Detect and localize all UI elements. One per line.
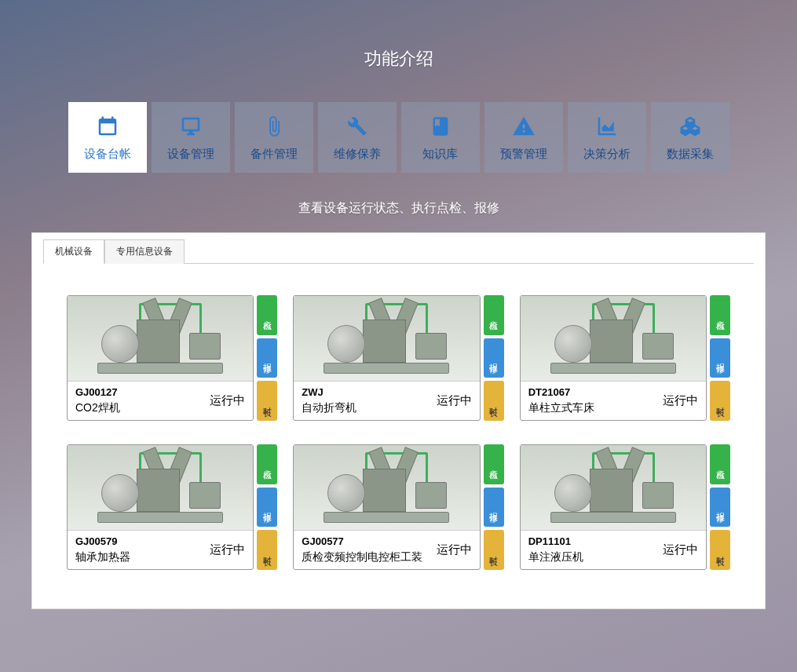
tab-alert[interactable]: 预警管理	[484, 102, 563, 173]
duration-button[interactable]: 时长	[257, 530, 277, 570]
device-card: DT21067 单柱立式车床 运行中 点检 报修 时长	[520, 295, 730, 421]
device-name: 单注液压机	[528, 550, 663, 564]
tab-ledger[interactable]: 设备台帐	[68, 102, 147, 173]
tab-spare-parts[interactable]: 备件管理	[235, 102, 313, 173]
page-title: 功能介绍	[0, 0, 797, 71]
device-status: 运行中	[437, 542, 472, 557]
monitor-icon	[179, 114, 203, 139]
device-card-main[interactable]: DP11101 单注液压机 运行中	[520, 444, 707, 570]
duration-button[interactable]: 时长	[484, 381, 504, 421]
device-code: ZWJ	[302, 386, 436, 398]
device-image	[294, 445, 479, 530]
warning-icon	[512, 114, 536, 139]
wrench-icon	[346, 114, 368, 139]
device-status: 运行中	[210, 542, 245, 557]
panel-tab-mechanical[interactable]: 机械设备	[43, 239, 104, 264]
device-image	[68, 445, 253, 530]
device-name: CO2焊机	[75, 401, 210, 415]
device-image	[521, 445, 706, 530]
panel-tabs: 机械设备 专用信息设备	[43, 239, 754, 264]
boxes-icon	[678, 114, 702, 139]
inspect-button[interactable]: 点检	[710, 295, 730, 335]
inspect-button[interactable]: 点检	[484, 295, 504, 335]
chart-icon	[595, 114, 619, 139]
device-actions: 点检 报修 时长	[710, 295, 730, 421]
device-actions: 点检 报修 时长	[710, 444, 730, 570]
duration-button[interactable]: 时长	[710, 381, 730, 421]
book-icon	[430, 114, 452, 139]
duration-button[interactable]: 时长	[257, 381, 277, 421]
inspect-button[interactable]: 点检	[257, 295, 277, 335]
device-name: 质检变频控制电控柜工装	[302, 550, 436, 564]
device-code: GJ00579	[75, 535, 210, 547]
tab-knowledge[interactable]: 知识库	[401, 102, 480, 173]
device-info: ZWJ 自动折弯机 运行中	[294, 381, 479, 420]
device-card-main[interactable]: GJ00577 质检变频控制电控柜工装 运行中	[293, 444, 480, 570]
device-name: 自动折弯机	[302, 401, 436, 415]
device-card-main[interactable]: GJ00579 轴承加热器 运行中	[67, 444, 254, 570]
device-info: DT21067 单柱立式车床 运行中	[521, 381, 706, 420]
inspect-button[interactable]: 点检	[257, 444, 277, 484]
device-status: 运行中	[437, 393, 472, 408]
device-status: 运行中	[663, 393, 698, 408]
device-info: GJ00127 CO2焊机 运行中	[68, 381, 253, 420]
device-card: GJ00127 CO2焊机 运行中 点检 报修 时长	[67, 295, 277, 421]
repair-button[interactable]: 报修	[257, 488, 277, 528]
repair-button[interactable]: 报修	[710, 488, 730, 528]
device-info: GJ00579 轴承加热器 运行中	[68, 530, 253, 569]
device-panel: 机械设备 专用信息设备 GJ00127 CO2焊机 运行	[31, 232, 766, 609]
tab-maintenance[interactable]: 维修保养	[318, 102, 397, 173]
device-code: DP11101	[528, 535, 663, 547]
device-image	[68, 296, 253, 381]
device-card: GJ00579 轴承加热器 运行中 点检 报修 时长	[67, 444, 277, 570]
device-card: GJ00577 质检变频控制电控柜工装 运行中 点检 报修 时长	[293, 444, 503, 570]
inspect-button[interactable]: 点检	[710, 444, 730, 484]
device-status: 运行中	[210, 393, 245, 408]
device-card-main[interactable]: GJ00127 CO2焊机 运行中	[67, 295, 254, 421]
panel-tab-special[interactable]: 专用信息设备	[104, 239, 185, 264]
repair-button[interactable]: 报修	[710, 338, 730, 378]
device-code: GJ00127	[75, 386, 210, 398]
tab-label: 设备管理	[167, 147, 214, 162]
tab-label: 决策分析	[583, 147, 631, 162]
tab-label: 维修保养	[334, 147, 381, 162]
device-code: DT21067	[528, 386, 663, 398]
device-image	[521, 296, 706, 381]
device-actions: 点检 报修 时长	[484, 444, 504, 570]
tab-label: 知识库	[422, 147, 458, 162]
device-name: 单柱立式车床	[528, 401, 663, 415]
device-actions: 点检 报修 时长	[257, 295, 277, 421]
device-image	[294, 296, 479, 381]
device-code: GJ00577	[302, 535, 436, 547]
device-status: 运行中	[663, 542, 698, 557]
duration-button[interactable]: 时长	[484, 530, 504, 570]
device-grid: GJ00127 CO2焊机 运行中 点检 报修 时长	[43, 264, 754, 578]
tab-label: 预警管理	[500, 147, 547, 162]
tab-label: 数据采集	[667, 147, 714, 162]
inspect-button[interactable]: 点检	[484, 444, 504, 484]
tab-analysis[interactable]: 决策分析	[568, 102, 646, 173]
tab-data-collect[interactable]: 数据采集	[651, 102, 729, 173]
tab-device-mgmt[interactable]: 设备管理	[152, 102, 230, 173]
tab-label: 设备台帐	[84, 147, 131, 162]
device-card-main[interactable]: ZWJ 自动折弯机 运行中	[293, 295, 480, 421]
repair-button[interactable]: 报修	[484, 488, 504, 528]
device-actions: 点检 报修 时长	[484, 295, 504, 421]
calendar-icon	[96, 114, 119, 139]
device-actions: 点检 报修 时长	[257, 444, 277, 570]
device-card-main[interactable]: DT21067 单柱立式车床 运行中	[520, 295, 707, 421]
device-info: DP11101 单注液压机 运行中	[521, 530, 706, 569]
feature-tabs: 设备台帐 设备管理 备件管理 维修保养 知识库 预警管理 决策分析	[0, 102, 797, 173]
repair-button[interactable]: 报修	[257, 338, 277, 378]
paperclip-icon	[263, 114, 285, 139]
device-card: DP11101 单注液压机 运行中 点检 报修 时长	[520, 444, 730, 570]
device-info: GJ00577 质检变频控制电控柜工装 运行中	[294, 530, 479, 569]
duration-button[interactable]: 时长	[710, 530, 730, 570]
repair-button[interactable]: 报修	[484, 338, 504, 378]
device-name: 轴承加热器	[75, 550, 210, 564]
tab-label: 备件管理	[250, 147, 298, 162]
device-card: ZWJ 自动折弯机 运行中 点检 报修 时长	[293, 295, 503, 421]
subtitle: 查看设备运行状态、执行点检、报修	[0, 200, 797, 217]
